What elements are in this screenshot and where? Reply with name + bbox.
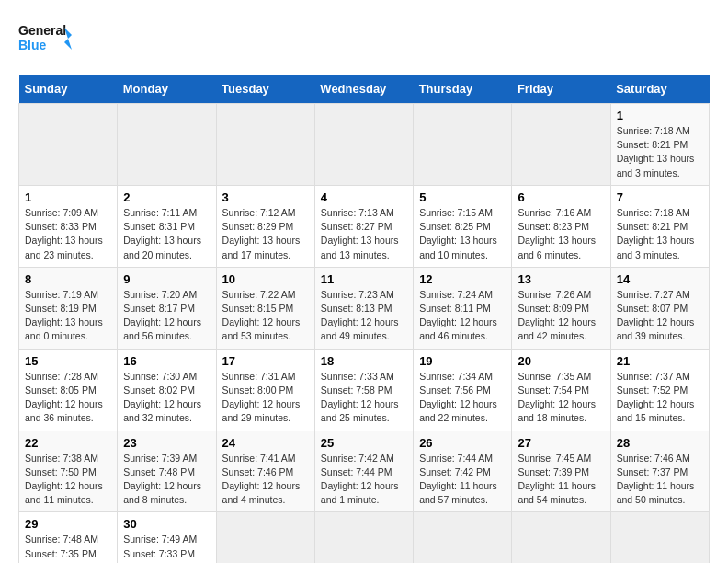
calendar-header-row: SundayMondayTuesdayWednesdayThursdayFrid…: [19, 75, 710, 104]
day-number: 28: [617, 436, 703, 450]
day-of-week-header: Monday: [118, 75, 216, 104]
day-info: Sunrise: 7:35 AM Sunset: 7:54 PM Dayligh…: [518, 370, 604, 426]
calendar-cell: 29Sunrise: 7:48 AM Sunset: 7:35 PM Dayli…: [19, 512, 118, 563]
day-info: Sunrise: 7:41 AM Sunset: 7:46 PM Dayligh…: [222, 452, 309, 508]
day-info: Sunrise: 7:12 AM Sunset: 8:29 PM Dayligh…: [222, 206, 309, 262]
day-number: 26: [419, 436, 506, 450]
calendar-week-row: 22Sunrise: 7:38 AM Sunset: 7:50 PM Dayli…: [19, 431, 710, 512]
day-number: 20: [518, 354, 604, 368]
calendar-cell: 4Sunrise: 7:13 AM Sunset: 8:27 PM Daylig…: [314, 185, 413, 267]
calendar-cell: [314, 104, 413, 186]
day-number: 13: [518, 272, 604, 286]
day-number: 27: [518, 436, 604, 450]
calendar-cell: [314, 512, 413, 563]
day-info: Sunrise: 7:23 AM Sunset: 8:13 PM Dayligh…: [321, 288, 407, 344]
calendar-cell: 23Sunrise: 7:39 AM Sunset: 7:48 PM Dayli…: [118, 431, 216, 512]
calendar-cell: 30Sunrise: 7:49 AM Sunset: 7:33 PM Dayli…: [118, 512, 216, 563]
calendar-cell: [216, 512, 314, 563]
calendar-cell: 7Sunrise: 7:18 AM Sunset: 8:21 PM Daylig…: [610, 185, 709, 267]
calendar-cell: [414, 104, 512, 186]
day-number: 5: [419, 190, 506, 204]
day-info: Sunrise: 7:13 AM Sunset: 8:27 PM Dayligh…: [321, 206, 407, 262]
calendar-cell: [512, 104, 610, 186]
day-info: Sunrise: 7:24 AM Sunset: 8:11 PM Dayligh…: [419, 288, 506, 344]
day-number: 21: [617, 354, 703, 368]
day-info: Sunrise: 7:19 AM Sunset: 8:19 PM Dayligh…: [25, 288, 111, 344]
calendar-cell: [610, 512, 709, 563]
day-info: Sunrise: 7:34 AM Sunset: 7:56 PM Dayligh…: [419, 370, 506, 426]
calendar-cell: 21Sunrise: 7:37 AM Sunset: 7:52 PM Dayli…: [610, 349, 709, 431]
svg-text:Blue: Blue: [18, 38, 47, 52]
calendar-cell: 10Sunrise: 7:22 AM Sunset: 8:15 PM Dayli…: [216, 267, 314, 349]
day-number: 14: [617, 272, 703, 286]
day-number: 11: [321, 272, 407, 286]
day-info: Sunrise: 7:16 AM Sunset: 8:23 PM Dayligh…: [518, 206, 604, 262]
day-info: Sunrise: 7:48 AM Sunset: 7:35 PM Dayligh…: [25, 533, 111, 563]
calendar-table: SundayMondayTuesdayWednesdayThursdayFrid…: [18, 75, 710, 563]
day-info: Sunrise: 7:37 AM Sunset: 7:52 PM Dayligh…: [617, 370, 703, 426]
calendar-cell: 14Sunrise: 7:27 AM Sunset: 8:07 PM Dayli…: [610, 267, 709, 349]
calendar-cell: 2Sunrise: 7:11 AM Sunset: 8:31 PM Daylig…: [118, 185, 216, 267]
calendar-cell: 20Sunrise: 7:35 AM Sunset: 7:54 PM Dayli…: [512, 349, 610, 431]
calendar-cell: 3Sunrise: 7:12 AM Sunset: 8:29 PM Daylig…: [216, 185, 314, 267]
day-number: 15: [25, 354, 111, 368]
day-info: Sunrise: 7:39 AM Sunset: 7:48 PM Dayligh…: [123, 452, 210, 508]
calendar-cell: 17Sunrise: 7:31 AM Sunset: 8:00 PM Dayli…: [216, 349, 314, 431]
day-info: Sunrise: 7:49 AM Sunset: 7:33 PM Dayligh…: [123, 533, 210, 563]
calendar-cell: 1Sunrise: 7:18 AM Sunset: 8:21 PM Daylig…: [610, 104, 709, 186]
day-number: 30: [123, 517, 210, 531]
day-info: Sunrise: 7:15 AM Sunset: 8:25 PM Dayligh…: [419, 206, 506, 262]
day-of-week-header: Friday: [512, 75, 610, 104]
day-of-week-header: Tuesday: [216, 75, 314, 104]
calendar-cell: [414, 512, 512, 563]
day-number: 7: [617, 190, 703, 204]
calendar-week-row: 1Sunrise: 7:18 AM Sunset: 8:21 PM Daylig…: [19, 104, 710, 186]
calendar-week-row: 8Sunrise: 7:19 AM Sunset: 8:19 PM Daylig…: [19, 267, 710, 349]
calendar-cell: [216, 104, 314, 186]
day-number: 2: [123, 190, 210, 204]
day-info: Sunrise: 7:18 AM Sunset: 8:21 PM Dayligh…: [617, 206, 703, 262]
calendar-week-row: 29Sunrise: 7:48 AM Sunset: 7:35 PM Dayli…: [19, 512, 710, 563]
calendar-cell: 6Sunrise: 7:16 AM Sunset: 8:23 PM Daylig…: [512, 185, 610, 267]
day-info: Sunrise: 7:22 AM Sunset: 8:15 PM Dayligh…: [222, 288, 309, 344]
calendar-cell: 26Sunrise: 7:44 AM Sunset: 7:42 PM Dayli…: [414, 431, 512, 512]
day-of-week-header: Sunday: [19, 75, 118, 104]
svg-text:General: General: [18, 23, 66, 38]
day-number: 3: [222, 190, 309, 204]
calendar-cell: [118, 104, 216, 186]
day-number: 1: [617, 109, 703, 122]
day-number: 18: [321, 354, 407, 368]
calendar-cell: 27Sunrise: 7:45 AM Sunset: 7:39 PM Dayli…: [512, 431, 610, 512]
day-info: Sunrise: 7:31 AM Sunset: 8:00 PM Dayligh…: [222, 370, 309, 426]
calendar-cell: 11Sunrise: 7:23 AM Sunset: 8:13 PM Dayli…: [314, 267, 413, 349]
calendar-cell: 1Sunrise: 7:09 AM Sunset: 8:33 PM Daylig…: [19, 185, 118, 267]
day-info: Sunrise: 7:38 AM Sunset: 7:50 PM Dayligh…: [25, 452, 111, 508]
day-number: 29: [25, 517, 111, 531]
day-info: Sunrise: 7:30 AM Sunset: 8:02 PM Dayligh…: [123, 370, 210, 426]
day-info: Sunrise: 7:28 AM Sunset: 8:05 PM Dayligh…: [25, 370, 111, 426]
day-info: Sunrise: 7:27 AM Sunset: 8:07 PM Dayligh…: [617, 288, 703, 344]
day-of-week-header: Saturday: [610, 75, 709, 104]
calendar-cell: 5Sunrise: 7:15 AM Sunset: 8:25 PM Daylig…: [414, 185, 512, 267]
calendar-cell: 13Sunrise: 7:26 AM Sunset: 8:09 PM Dayli…: [512, 267, 610, 349]
calendar-cell: 9Sunrise: 7:20 AM Sunset: 8:17 PM Daylig…: [118, 267, 216, 349]
calendar-cell: 8Sunrise: 7:19 AM Sunset: 8:19 PM Daylig…: [19, 267, 118, 349]
day-number: 25: [321, 436, 407, 450]
day-number: 8: [25, 272, 111, 286]
day-number: 9: [123, 272, 210, 286]
calendar-cell: 22Sunrise: 7:38 AM Sunset: 7:50 PM Dayli…: [19, 431, 118, 512]
day-number: 23: [123, 436, 210, 450]
day-number: 24: [222, 436, 309, 450]
day-info: Sunrise: 7:46 AM Sunset: 7:37 PM Dayligh…: [617, 452, 703, 508]
day-info: Sunrise: 7:26 AM Sunset: 8:09 PM Dayligh…: [518, 288, 604, 344]
day-number: 16: [123, 354, 210, 368]
calendar-cell: 28Sunrise: 7:46 AM Sunset: 7:37 PM Dayli…: [610, 431, 709, 512]
logo: General Blue: [18, 18, 74, 60]
day-number: 1: [25, 190, 111, 204]
calendar-cell: 25Sunrise: 7:42 AM Sunset: 7:44 PM Dayli…: [314, 431, 413, 512]
day-of-week-header: Thursday: [414, 75, 512, 104]
calendar-cell: 16Sunrise: 7:30 AM Sunset: 8:02 PM Dayli…: [118, 349, 216, 431]
day-info: Sunrise: 7:11 AM Sunset: 8:31 PM Dayligh…: [123, 206, 210, 262]
day-number: 22: [25, 436, 111, 450]
calendar-cell: 15Sunrise: 7:28 AM Sunset: 8:05 PM Dayli…: [19, 349, 118, 431]
